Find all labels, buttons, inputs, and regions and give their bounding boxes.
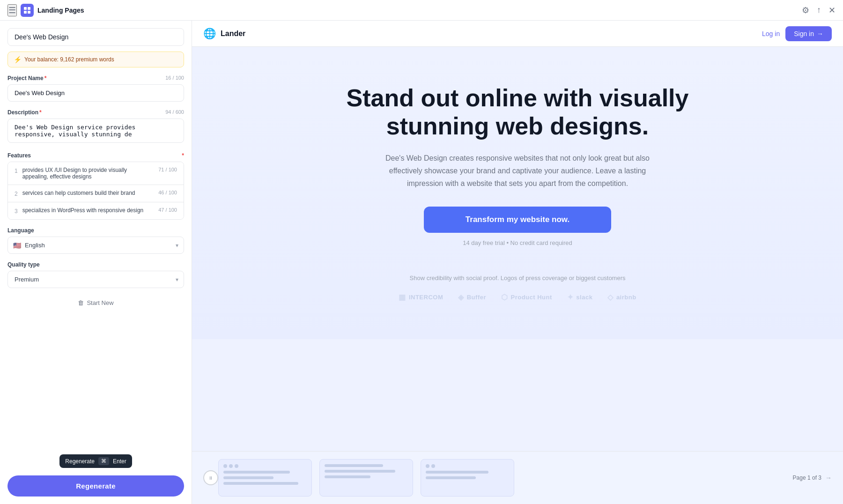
regenerate-tooltip: Regenerate ⌘ Enter xyxy=(59,454,132,468)
lightning-icon: ⚡ xyxy=(14,56,22,63)
main-layout: ⚡ Your balance: 9,162 premium words Proj… xyxy=(0,21,843,504)
app-title: Landing Pages xyxy=(37,7,84,14)
language-label: Language xyxy=(7,227,184,234)
login-link[interactable]: Log in xyxy=(762,30,780,37)
app-icon xyxy=(21,4,34,17)
svg-rect-1 xyxy=(28,7,30,10)
features-list: 1 provides UX /UI Design to provide visu… xyxy=(7,162,184,220)
preview-header: 🌐 Lander Log in Sign in → xyxy=(192,21,843,47)
description-field: Description * 94 / 600 Dee's Web Design … xyxy=(7,109,184,145)
feature-text-1: provides UX /UI Design to provide visual… xyxy=(22,167,154,180)
close-button[interactable]: ✕ xyxy=(828,5,836,15)
start-new-button[interactable]: 🗑 Start New xyxy=(78,299,113,306)
project-name-field: Project Name * 16 / 100 xyxy=(7,75,184,102)
hero-title: Stand out online with visually stunning … xyxy=(307,84,728,141)
svg-rect-0 xyxy=(24,7,27,10)
description-input[interactable]: Dee's Web Design service provides respon… xyxy=(7,119,184,143)
social-proof-text: Show credibility with social proof. Logo… xyxy=(410,274,626,282)
globe-icon: 🌐 xyxy=(203,28,216,40)
hero-cta-button[interactable]: Transform my website now. xyxy=(424,207,611,233)
settings-button[interactable]: ⚙ xyxy=(802,5,809,15)
feature-item-3[interactable]: 3 specializes in WordPress with responsi… xyxy=(8,202,184,219)
title-bar: ☰ Landing Pages ⚙ ↑ ✕ xyxy=(0,0,843,21)
feature-text-3: specializes in WordPress with responsive… xyxy=(22,207,154,214)
language-field: Language 🇺🇸 English French Spanish Germa… xyxy=(7,227,184,254)
producthunt-icon: ⬡ xyxy=(501,293,508,302)
hero-section: Stand out online with visually stunning … xyxy=(192,47,843,339)
svg-rect-2 xyxy=(24,11,27,14)
logos-row: ▦ INTERCOM ◈ Buffer ⬡ Product Hunt ✦ sla… xyxy=(399,293,636,302)
intercom-icon: ▦ xyxy=(399,293,406,302)
tooltip-enter: Enter xyxy=(113,458,126,465)
feature-counter-2: 46 / 100 xyxy=(158,190,177,195)
tooltip-label: Regenerate xyxy=(65,458,95,465)
balance-text: Your balance: 9,162 premium words xyxy=(24,56,114,63)
signin-button[interactable]: Sign in → xyxy=(785,26,832,41)
arrow-icon: → xyxy=(817,30,823,37)
regenerate-button[interactable]: Regenerate xyxy=(7,475,184,497)
language-select-wrapper: 🇺🇸 English French Spanish German ▾ xyxy=(7,237,184,254)
project-name-label: Project Name * 16 / 100 xyxy=(7,75,184,82)
preview-thumb-3[interactable] xyxy=(421,459,514,497)
next-page-arrow[interactable]: → xyxy=(825,474,832,482)
description-counter: 94 / 600 xyxy=(165,109,184,116)
features-label: Features * xyxy=(7,152,184,159)
page-nav: Page 1 of 3 → xyxy=(793,474,832,482)
logo-producthunt: ⬡ Product Hunt xyxy=(501,293,552,302)
preview-content: Stand out online with visually stunning … xyxy=(192,47,843,451)
brand-name: Lander xyxy=(221,30,245,38)
preview-thumb-2[interactable] xyxy=(319,459,413,497)
trash-icon: 🗑 xyxy=(78,299,84,306)
feature-counter-3: 47 / 100 xyxy=(158,207,177,213)
quality-select-wrapper: Premium Standard ▾ xyxy=(7,271,184,288)
share-button[interactable]: ↑ xyxy=(817,5,821,15)
project-name-counter: 16 / 100 xyxy=(165,75,184,82)
feature-item-1[interactable]: 1 provides UX /UI Design to provide visu… xyxy=(8,162,184,185)
left-panel: ⚡ Your balance: 9,162 premium words Proj… xyxy=(0,21,192,504)
preview-thumbnails xyxy=(218,459,793,497)
quality-field: Quality type Premium Standard ▾ xyxy=(7,261,184,288)
tooltip-kbd: ⌘ xyxy=(98,457,109,465)
airbnb-icon: ◇ xyxy=(607,293,614,302)
slack-icon: ✦ xyxy=(567,293,574,302)
right-panel: 🌐 Lander Log in Sign in → Stand out onli… xyxy=(192,21,843,504)
logo-airbnb: ◇ airbnb xyxy=(607,293,636,302)
language-select[interactable]: English French Spanish German xyxy=(7,237,184,254)
hero-subtitle: Dee's Web Design creates responsive webs… xyxy=(372,152,663,190)
project-name-input[interactable] xyxy=(7,84,184,102)
menu-button[interactable]: ☰ xyxy=(7,4,17,16)
title-bar-left: ☰ Landing Pages xyxy=(7,4,84,17)
feature-item-2[interactable]: 2 services can help customers build thei… xyxy=(8,185,184,202)
feature-counter-1: 71 / 100 xyxy=(158,167,177,172)
feature-num-2: 2 xyxy=(15,190,18,197)
pause-icon: ⏸ xyxy=(208,475,213,481)
logo-intercom: ▦ INTERCOM xyxy=(399,293,443,302)
preview-thumb-1[interactable] xyxy=(218,459,312,497)
logo-slack: ✦ slack xyxy=(567,293,593,302)
hero-note: 14 day free trial • No credit card requi… xyxy=(463,239,572,246)
svg-rect-3 xyxy=(28,11,30,14)
quality-label: Quality type xyxy=(7,261,184,268)
pause-button[interactable]: ⏸ xyxy=(203,470,218,485)
title-bar-right: ⚙ ↑ ✕ xyxy=(802,5,836,15)
page-label: Page 1 of 3 xyxy=(793,474,821,481)
feature-num-3: 3 xyxy=(15,207,18,215)
buffer-icon: ◈ xyxy=(458,293,464,302)
description-label: Description * 94 / 600 xyxy=(7,109,184,116)
project-name-display-input[interactable] xyxy=(7,28,184,46)
features-field: Features * 1 provides UX /UI Design to p… xyxy=(7,152,184,220)
preview-nav: Log in Sign in → xyxy=(762,26,832,41)
feature-text-2: services can help customers build their … xyxy=(22,190,154,196)
preview-brand: 🌐 Lander xyxy=(203,28,245,40)
preview-bottom: ⏸ xyxy=(192,451,843,504)
balance-row: ⚡ Your balance: 9,162 premium words xyxy=(7,52,184,67)
feature-num-1: 1 xyxy=(15,167,18,174)
quality-select[interactable]: Premium Standard xyxy=(7,271,184,288)
logo-buffer: ◈ Buffer xyxy=(458,293,486,302)
